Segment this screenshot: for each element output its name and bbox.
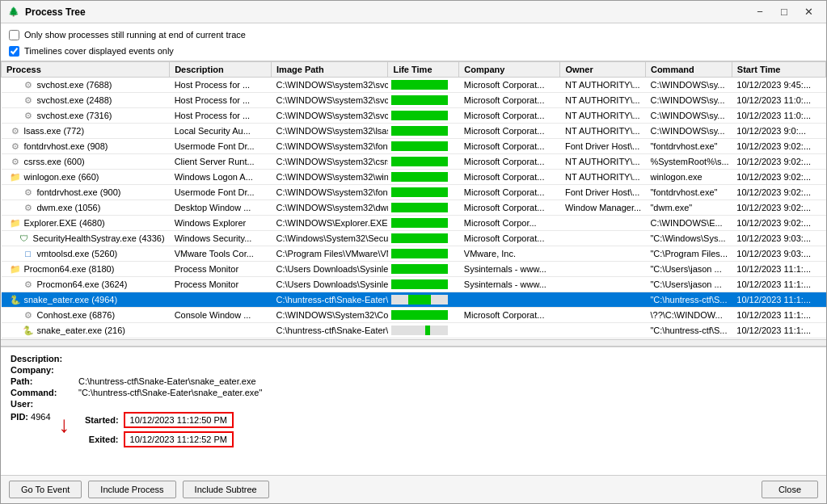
- table-row[interactable]: ⚙svchost.exe (7688)Host Process for ...C…: [2, 78, 826, 93]
- table-row[interactable]: 📁Explorer.EXE (4680)Windows ExplorerC:\W…: [2, 216, 826, 231]
- go-to-event-button[interactable]: Go To Event: [9, 481, 82, 498]
- table-row[interactable]: 📁Procmon64.exe (8180)Process MonitorC:\U…: [2, 262, 826, 277]
- show-running-only-row: Only show processes still running at end…: [9, 27, 818, 43]
- details-panel: Description: Company: Path: C:\huntress-…: [1, 346, 826, 475]
- table-header-row: Process Description Image Path Life Time…: [2, 62, 826, 78]
- process-table-area: Process Description Image Path Life Time…: [1, 61, 826, 346]
- window-close-button[interactable]: ✕: [797, 2, 820, 22]
- window-title: Process Tree: [25, 6, 749, 18]
- user-label: User:: [11, 399, 75, 409]
- user-value: [78, 399, 816, 409]
- table-row[interactable]: ⚙lsass.exe (772)Local Security Au...C:\W…: [2, 124, 826, 139]
- table-row[interactable]: ⚙svchost.exe (2488)Host Process for ...C…: [2, 93, 826, 108]
- path-value: C:\huntress-ctf\Snake-Eater\snake_eater.…: [78, 376, 816, 386]
- table-row[interactable]: ⚙csrss.exe (600)Client Server Runt...C:\…: [2, 154, 826, 170]
- pid-row: PID: 4964 ↓ Started: 10/12/2023 11:12:50…: [11, 412, 816, 447]
- window-icon: 🌲: [7, 6, 20, 19]
- table-row[interactable]: ⚙Procmon64.exe (3624)Process MonitorC:\U…: [2, 277, 826, 292]
- table-row[interactable]: 🛡SecurityHealthSystray.exe (4336)Windows…: [2, 231, 826, 246]
- table-row[interactable]: ⚙fontdrvhost.exe (908)Usermode Font Dr..…: [2, 139, 826, 154]
- table-row[interactable]: ⚙fontdrvhost.exe (900)Usermode Font Dr..…: [2, 185, 826, 200]
- horizontal-scrollbar[interactable]: [1, 339, 826, 346]
- timelines-cover-label[interactable]: Timelines cover displayed events only: [24, 46, 174, 56]
- arrow-indicator: ↓: [59, 412, 70, 438]
- company-value: [78, 365, 816, 375]
- exited-label: Exited:: [78, 435, 119, 444]
- process-table: Process Description Image Path Life Time…: [1, 61, 826, 338]
- title-bar: 🌲 Process Tree − □ ✕: [1, 1, 826, 23]
- command-label: Command:: [11, 388, 75, 397]
- table-row[interactable]: ⚙dwm.exe (1056)Desktop Window ...C:\WIND…: [2, 200, 826, 216]
- company-label: Company:: [11, 365, 75, 375]
- pid-label: PID:: [11, 412, 28, 422]
- time-group: Started: 10/12/2023 11:12:50 PM Exited: …: [78, 412, 234, 447]
- command-value: "C:\huntress-ctf\Snake-Eater\snake_eater…: [78, 388, 816, 397]
- maximize-button[interactable]: □: [773, 2, 795, 22]
- table-row[interactable]: □vmtoolsd.exe (5260)VMware Tools Cor...C…: [2, 246, 826, 262]
- path-label: Path:: [11, 376, 75, 386]
- exited-value: 10/12/2023 11:12:52 PM: [124, 431, 234, 447]
- description-label: Description:: [11, 354, 75, 363]
- description-value: [78, 354, 816, 363]
- started-value: 10/12/2023 11:12:50 PM: [124, 412, 234, 428]
- table-scroll-container[interactable]: Process Description Image Path Life Time…: [1, 61, 826, 339]
- col-command[interactable]: Command: [645, 62, 732, 78]
- details-grid: Description: Company: Path: C:\huntress-…: [11, 354, 816, 409]
- pid-value: 4964: [31, 412, 50, 422]
- timelines-cover-row: Timelines cover displayed events only: [9, 43, 818, 59]
- timelines-cover-checkbox[interactable]: [9, 46, 19, 57]
- close-button[interactable]: Close: [762, 481, 818, 498]
- col-imagepath[interactable]: Image Path: [272, 62, 388, 78]
- col-description[interactable]: Description: [170, 62, 272, 78]
- include-process-button[interactable]: Include Process: [88, 481, 175, 498]
- col-starttime[interactable]: Start Time: [732, 62, 825, 78]
- process-tree-window: 🌲 Process Tree − □ ✕ Only show processes…: [0, 0, 827, 504]
- window-controls: − □ ✕: [749, 2, 820, 22]
- table-row[interactable]: 📁winlogon.exe (660)Windows Logon A...C:\…: [2, 170, 826, 185]
- table-row[interactable]: 🐍snake_eater.exe (4964)C:\huntress-ctf\S…: [2, 292, 826, 308]
- started-entry: Started: 10/12/2023 11:12:50 PM: [78, 412, 234, 428]
- show-running-only-label[interactable]: Only show processes still running at end…: [24, 30, 246, 40]
- col-company[interactable]: Company: [459, 62, 560, 78]
- table-row[interactable]: 🐍snake_eater.exe (216)C:\huntress-ctf\Sn…: [2, 323, 826, 338]
- bottom-bar: Go To Event Include Process Include Subt…: [1, 475, 826, 503]
- started-label: Started:: [78, 415, 119, 425]
- exited-entry: Exited: 10/12/2023 11:12:52 PM: [78, 431, 234, 447]
- table-row[interactable]: ⚙svchost.exe (7316)Host Process for ...C…: [2, 108, 826, 124]
- col-owner[interactable]: Owner: [560, 62, 645, 78]
- col-process[interactable]: Process: [2, 62, 170, 78]
- show-running-only-checkbox[interactable]: [9, 30, 19, 40]
- include-subtree-button[interactable]: Include Subtree: [183, 481, 269, 498]
- process-table-body: ⚙svchost.exe (7688)Host Process for ...C…: [2, 78, 826, 338]
- table-row[interactable]: ⚙Conhost.exe (6876)Console Window ...C:\…: [2, 308, 826, 323]
- options-bar: Only show processes still running at end…: [1, 23, 826, 61]
- col-lifetime[interactable]: Life Time: [388, 62, 459, 78]
- pid-col: PID: 4964: [11, 412, 51, 422]
- minimize-button[interactable]: −: [749, 2, 771, 22]
